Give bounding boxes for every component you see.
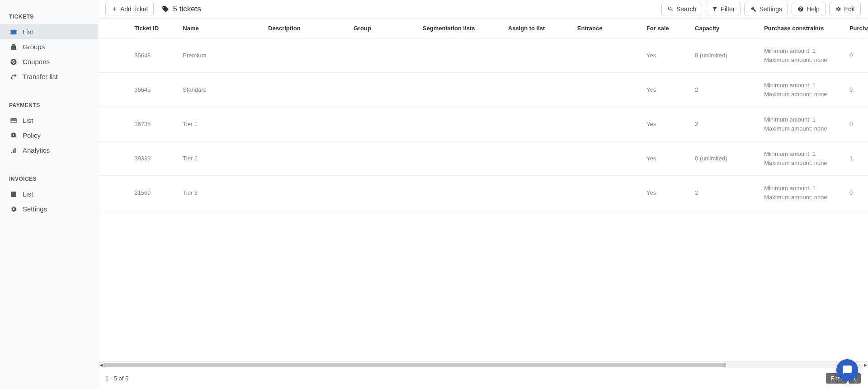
- cell-group: [349, 38, 418, 73]
- cell-purchased: 0: [845, 38, 868, 73]
- table-row[interactable]: 36735 Tier 1 Yes 2 Minimum amount: 1 Max…: [98, 107, 868, 141]
- scroll-right-icon[interactable]: ▶: [863, 362, 868, 368]
- th-segmentation[interactable]: Segmentation lists: [418, 19, 504, 38]
- add-ticket-button[interactable]: Add ticket: [105, 3, 154, 15]
- cell-entrance: [573, 107, 642, 141]
- th-ticket-id[interactable]: Ticket ID: [130, 19, 178, 38]
- cell-capacity: 2: [690, 176, 760, 210]
- cell-group: [349, 141, 418, 176]
- cell-for-sale: Yes: [642, 107, 690, 141]
- cell-description: [264, 176, 349, 210]
- constraint-max: Maximum amount: none: [764, 90, 840, 99]
- table-row[interactable]: 36645 Standard Yes 2 Minimum amount: 1 M…: [98, 73, 868, 107]
- chat-button[interactable]: [836, 359, 858, 381]
- scroll-thumb[interactable]: [104, 363, 726, 367]
- cell-group: [349, 176, 418, 210]
- horizontal-scrollbar[interactable]: ◀ ▶: [98, 361, 868, 368]
- footer: 1 - 5 of 5 First 1: [98, 368, 868, 389]
- sidebar-item-invoices-settings[interactable]: Settings: [0, 202, 98, 216]
- chart-icon: [9, 147, 18, 154]
- sidebar-item-invoices-list[interactable]: List: [0, 187, 98, 202]
- cell-constraints: Minimum amount: 1 Maximum amount: none: [760, 73, 845, 107]
- help-label: Help: [807, 5, 820, 13]
- sidebar-item-label: List: [23, 117, 33, 124]
- table-wrapper[interactable]: Ticket ID Name Description Group Segment…: [98, 19, 868, 361]
- sidebar-heading-invoices: INVOICES: [0, 171, 98, 187]
- sidebar-section-invoices: INVOICES List Settings: [0, 171, 98, 216]
- cell-entrance: [573, 73, 642, 107]
- constraint-max: Maximum amount: none: [764, 193, 840, 202]
- cell-handle[interactable]: [98, 73, 130, 107]
- filter-label: Filter: [721, 5, 735, 13]
- chat-icon: [842, 365, 853, 375]
- sidebar-item-groups[interactable]: Groups: [0, 39, 98, 54]
- cell-handle[interactable]: [98, 107, 130, 141]
- transfer-icon: [9, 73, 18, 80]
- cell-segmentation: [418, 107, 504, 141]
- cell-purchased: 0: [845, 107, 868, 141]
- th-capacity[interactable]: Capacity: [690, 19, 760, 38]
- th-purchased[interactable]: Purchase: [845, 19, 868, 38]
- th-entrance[interactable]: Entrance: [573, 19, 642, 38]
- cell-ticket-id: 36645: [130, 73, 178, 107]
- sidebar-section-tickets: TICKETS List Groups Coupons: [0, 9, 98, 84]
- sidebar-item-policy[interactable]: Policy: [0, 128, 98, 143]
- th-constraints[interactable]: Purchase constraints: [760, 19, 845, 38]
- cell-entrance: [573, 141, 642, 176]
- cell-ticket-id: 39339: [130, 141, 178, 176]
- edit-button[interactable]: Edit: [829, 3, 861, 15]
- search-button[interactable]: Search: [661, 3, 702, 15]
- th-assign[interactable]: Assign to list: [504, 19, 573, 38]
- constraint-min: Minimum amount: 1: [764, 47, 840, 56]
- cell-handle[interactable]: [98, 38, 130, 73]
- th-group[interactable]: Group: [349, 19, 418, 38]
- sidebar-item-label: Analytics: [23, 146, 50, 154]
- th-handle: [98, 19, 130, 38]
- wrench-icon: [750, 6, 756, 12]
- cell-segmentation: [418, 73, 504, 107]
- constraint-min: Minimum amount: 1: [764, 81, 840, 90]
- cell-for-sale: Yes: [642, 141, 690, 176]
- cell-capacity: 0 (unlimited): [690, 141, 760, 176]
- settings-button[interactable]: Settings: [744, 3, 788, 15]
- cell-for-sale: Yes: [642, 73, 690, 107]
- filter-button[interactable]: Filter: [706, 3, 741, 15]
- constraint-min: Minimum amount: 1: [764, 115, 840, 124]
- cell-purchased: 0: [845, 176, 868, 210]
- sidebar-item-transfer[interactable]: Transfer list: [0, 69, 98, 84]
- sidebar-item-analytics[interactable]: Analytics: [0, 143, 98, 158]
- scroll-left-icon[interactable]: ◀: [98, 362, 104, 368]
- tickets-table: Ticket ID Name Description Group Segment…: [98, 19, 868, 210]
- table-row[interactable]: 21569 Tier 3 Yes 2 Minimum amount: 1 Max…: [98, 176, 868, 210]
- edit-label: Edit: [844, 5, 855, 13]
- cell-constraints: Minimum amount: 1 Maximum amount: none: [760, 38, 845, 73]
- scroll-track[interactable]: [104, 363, 863, 367]
- table-header-row: Ticket ID Name Description Group Segment…: [98, 19, 868, 38]
- cell-ticket-id: 36648: [130, 38, 178, 73]
- gift-icon: [9, 43, 18, 51]
- table-row[interactable]: 36648 Premium Yes 0 (unlimited) Minimum …: [98, 38, 868, 73]
- sidebar-item-label: Transfer list: [23, 73, 58, 80]
- cell-name: Tier 3: [178, 176, 264, 210]
- cell-name: Premium: [178, 38, 264, 73]
- sidebar-item-list[interactable]: List: [0, 24, 98, 39]
- search-label: Search: [676, 5, 696, 13]
- sidebar-item-payments-list[interactable]: List: [0, 113, 98, 128]
- table-row[interactable]: 39339 Tier 2 Yes 0 (unlimited) Minimum a…: [98, 141, 868, 176]
- sidebar-item-label: Groups: [23, 43, 45, 51]
- cell-handle[interactable]: [98, 176, 130, 210]
- th-name[interactable]: Name: [178, 19, 264, 38]
- sidebar-item-coupons[interactable]: Coupons: [0, 54, 98, 69]
- invoice-icon: [9, 191, 18, 198]
- filter-icon: [712, 6, 718, 12]
- cell-name: Tier 2: [178, 141, 264, 176]
- sidebar-section-payments: PAYMENTS List Policy Analytics: [0, 98, 98, 158]
- help-button[interactable]: Help: [792, 3, 826, 15]
- plus-icon: [111, 6, 118, 12]
- constraint-max: Maximum amount: none: [764, 124, 840, 133]
- cell-handle[interactable]: [98, 141, 130, 176]
- sidebar-heading-tickets: TICKETS: [0, 9, 98, 24]
- ticket-icon: [9, 28, 18, 36]
- th-description[interactable]: Description: [264, 19, 349, 38]
- th-for-sale[interactable]: For sale: [642, 19, 690, 38]
